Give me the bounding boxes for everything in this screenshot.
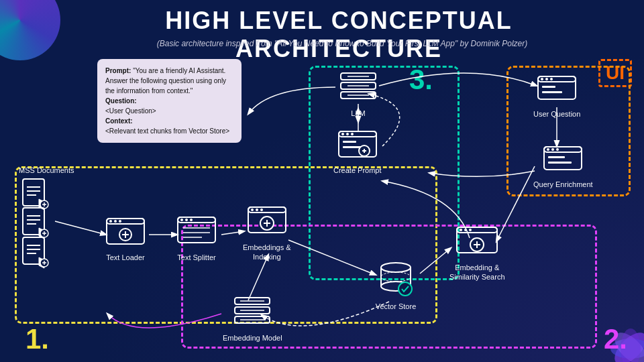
vector-store-component: Vector Store [374,258,417,311]
svg-point-88 [541,78,543,80]
embed-search-component: Embedding & Similarity Search [449,225,505,282]
text-splitter-label: Text Splitter [177,253,215,262]
embed-index-component: Embeddings & Indexing [243,204,291,262]
svg-rect-36 [343,141,356,143]
subtitle: (Basic architecture inspired from "All Y… [54,39,631,48]
svg-point-95 [547,148,549,151]
svg-rect-79 [457,227,497,233]
embed-model-icon [231,295,274,330]
svg-rect-49 [178,217,215,243]
doc-icon-2 [20,206,52,240]
user-question-label: User Question [533,109,580,119]
region-number-1: 1. [25,323,49,355]
vector-store-icon [374,258,417,298]
query-enrich-label: Query Enrichment [533,180,593,189]
svg-point-35 [351,133,354,135]
svg-point-81 [464,229,467,231]
svg-rect-42 [107,219,144,224]
llm-label: LLM [351,109,365,118]
context-text: <Relevant text chunks from Vector Store> [105,127,229,135]
svg-point-34 [346,133,349,135]
region-number-2: 2. [604,323,627,355]
embed-model-component: Embedding Model [223,295,282,343]
svg-rect-98 [548,156,565,158]
text-splitter-component: Text Splitter [175,215,218,262]
query-enrich-component: Query Enrichment [533,144,593,189]
svg-rect-58 [248,207,286,213]
vector-store-label: Vector Store [376,302,417,311]
user-question-component: User Question [533,74,580,119]
text-loader-icon [104,215,147,249]
page-title: HIGH LEVEL CONCEPTUAL ARCHITECTURE [67,7,610,63]
svg-point-33 [341,133,344,135]
create-prompt-icon [336,127,379,162]
svg-point-90 [550,78,553,80]
embed-search-icon [454,225,500,259]
prompt-box: Prompt: "You are a friendly AI Assistant… [97,59,241,143]
embed-search-label: Embedding & Similarity Search [449,263,505,282]
llm-icon [337,70,380,105]
svg-point-89 [545,78,548,80]
query-enrich-icon [541,144,584,176]
svg-rect-94 [544,147,582,152]
doc-icon-3 [20,236,52,269]
context-label: Context: [105,117,133,125]
svg-point-82 [469,229,472,231]
svg-point-43 [109,220,112,223]
svg-point-76 [381,272,411,282]
svg-point-80 [460,229,462,231]
svg-point-44 [114,220,117,223]
region-number-3: 3. [409,64,433,96]
text-loader-label: Text Loader [106,253,144,262]
mss-label: MSS Documents [19,166,74,174]
svg-rect-31 [339,131,376,157]
svg-rect-32 [339,131,376,137]
svg-rect-91 [542,86,555,88]
svg-point-96 [551,148,554,151]
prompt-label: Prompt: [105,67,131,74]
embed-index-label: Embeddings & Indexing [243,243,291,262]
svg-point-61 [260,208,263,211]
svg-point-52 [185,219,188,221]
text-splitter-icon [175,215,218,249]
question-label: Question: [105,97,137,105]
svg-point-51 [180,219,183,221]
user-question-icon [535,74,578,106]
svg-rect-99 [548,162,572,164]
embed-index-icon [246,204,288,239]
svg-rect-92 [542,91,562,93]
svg-point-71 [381,263,411,272]
svg-point-97 [556,148,559,151]
llm-component: LLM [337,70,380,118]
main-content: HIGH LEVEL CONCEPTUAL ARCHITECTURE (Basi… [0,0,644,362]
text-loader-component: Text Loader [104,215,147,262]
svg-point-53 [190,219,193,221]
create-prompt-component: Create Prompt [333,127,382,175]
svg-rect-87 [538,76,576,82]
svg-rect-50 [178,217,215,223]
embed-model-label: Embedding Model [223,333,282,343]
question-text: <User Question> [105,107,156,115]
svg-point-59 [251,208,254,211]
svg-point-77 [398,282,412,296]
svg-point-45 [119,220,121,223]
svg-point-60 [256,208,258,211]
create-prompt-label: Create Prompt [333,166,382,175]
